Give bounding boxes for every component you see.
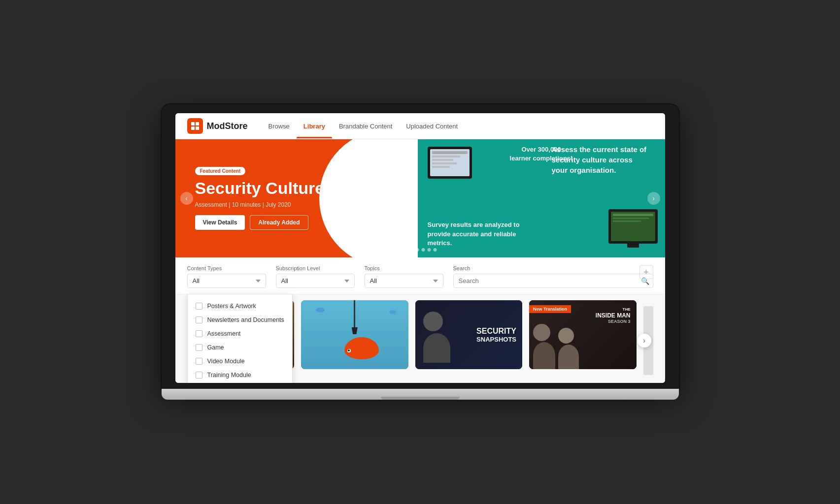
hero-dot-1[interactable] xyxy=(403,248,407,252)
monitor-mockup xyxy=(608,209,658,248)
hero-dot-6[interactable] xyxy=(433,248,437,252)
hero-subtitle: Assessment | 10 minutes | July 2020 xyxy=(195,201,398,208)
search-label: Search xyxy=(453,265,653,271)
search-input-wrap: 🔍 xyxy=(453,274,653,288)
search-filter: Search 🔍 xyxy=(453,265,653,288)
content-types-dropdown: Posters & Artwork Newsletters and Docume… xyxy=(187,294,293,383)
already-added-button[interactable]: Already Added xyxy=(250,215,308,230)
screen-content: ModStore Browse Library Brandable Conten… xyxy=(175,113,665,383)
checkbox-newsletters[interactable] xyxy=(196,316,202,323)
hero-top-label-line1: Over 300,000 xyxy=(510,145,573,154)
inside-man-title: THE INSIDE MAN SEASON 3 xyxy=(596,306,631,324)
cards-next-button[interactable]: › xyxy=(638,334,651,347)
hero-left-panel: Featured Content Security Culture Survey… xyxy=(175,139,418,257)
topics-select[interactable]: All xyxy=(365,274,443,288)
hero-top-label-line2: learner completions! xyxy=(510,154,573,163)
dropdown-item-newsletters[interactable]: Newsletters and Documents xyxy=(188,313,292,327)
hero-banner: ‹ Featured Content Security Culture Surv… xyxy=(175,139,665,257)
content-types-select[interactable]: All xyxy=(187,274,266,288)
hero-next-button[interactable]: › xyxy=(647,192,660,205)
checkbox-posters[interactable] xyxy=(196,303,202,310)
topics-filter: Topics All xyxy=(365,265,443,288)
featured-badge: Featured Content xyxy=(195,167,246,175)
nav-browse[interactable]: Browse xyxy=(262,120,297,133)
nav-brandable[interactable]: Brandable Content xyxy=(332,120,399,133)
dropdown-item-game[interactable]: Game xyxy=(188,341,292,354)
logo-text: ModStore xyxy=(207,121,248,131)
subscription-level-select[interactable]: All xyxy=(276,274,355,288)
nav-uploaded[interactable]: Uploaded Content xyxy=(399,120,465,133)
hero-curve-decoration xyxy=(319,139,418,257)
svg-rect-0 xyxy=(191,122,195,126)
hero-dot-5[interactable] xyxy=(427,248,431,252)
checkbox-game[interactable] xyxy=(196,344,202,351)
search-input[interactable] xyxy=(453,274,653,288)
subscription-level-label: Subscription Level xyxy=(276,265,355,271)
tablet-mockup xyxy=(428,147,472,179)
hero-dot-3[interactable] xyxy=(415,248,419,252)
chevron-right-icon: › xyxy=(643,337,645,345)
dropdown-item-video-module[interactable]: Video Module xyxy=(188,354,292,368)
logo-icon xyxy=(187,118,203,134)
plus-icon: + xyxy=(643,267,649,278)
content-types-filter: Content Types All xyxy=(187,265,266,288)
hero-dot-2[interactable] xyxy=(409,248,413,252)
inside-man-season: SEASON 3 xyxy=(596,319,631,324)
dropdown-item-assessment[interactable]: Assessment xyxy=(188,327,292,341)
laptop-frame: ModStore Browse Library Brandable Conten… xyxy=(162,104,679,400)
filters-bar: Content Types All Subscription Level All… xyxy=(175,257,665,294)
inside-man-the: THE xyxy=(623,307,631,312)
nav-links: Browse Library Brandable Content Uploade… xyxy=(262,120,465,133)
dropdown-item-mobile-first[interactable]: Mobile-First Module xyxy=(188,382,292,383)
dropdown-item-training-module[interactable]: Training Module xyxy=(188,368,292,382)
nav-library[interactable]: Library xyxy=(297,120,332,133)
view-details-button[interactable]: View Details xyxy=(195,215,245,230)
hero-right-text-2: Survey results are analyzed to provide a… xyxy=(428,220,521,248)
checkbox-assessment[interactable] xyxy=(196,330,202,337)
topics-label: Topics xyxy=(365,265,443,271)
subscription-level-filter: Subscription Level All xyxy=(276,265,355,288)
inside-man-name: INSIDE MAN xyxy=(596,312,631,319)
add-filter-button[interactable]: + xyxy=(639,265,653,279)
content-types-label: Content Types xyxy=(187,265,266,271)
new-translation-badge: New Translation xyxy=(529,305,571,313)
laptop-base xyxy=(162,389,679,400)
hero-pagination-dots xyxy=(403,248,437,252)
card-pixel-fish-game[interactable] xyxy=(301,300,408,369)
security-snapshots-title-line1: SECURITY xyxy=(476,327,516,336)
logo[interactable]: ModStore xyxy=(187,118,248,134)
hero-title: Security Culture Survey xyxy=(195,179,398,197)
checkbox-video-module[interactable] xyxy=(196,358,202,365)
hero-right-panel: Over 300,000 learner completions! xyxy=(418,139,665,257)
hero-prev-button[interactable]: ‹ xyxy=(180,192,193,205)
hero-dot-4[interactable] xyxy=(421,248,425,252)
screen-bezel: ModStore Browse Library Brandable Conten… xyxy=(162,104,679,389)
dropdown-item-posters[interactable]: Posters & Artwork xyxy=(188,299,292,313)
svg-rect-2 xyxy=(191,126,195,130)
checkbox-training-module[interactable] xyxy=(196,372,202,378)
svg-rect-1 xyxy=(196,122,199,126)
svg-rect-3 xyxy=(196,126,199,130)
card-security-snapshots[interactable]: SECURITY Snapshots xyxy=(415,300,523,369)
navigation: ModStore Browse Library Brandable Conten… xyxy=(175,113,665,139)
security-snapshots-title-line2: Snapshots xyxy=(476,335,516,343)
card-inside-man[interactable]: New Translation xyxy=(529,300,637,369)
hero-buttons: View Details Already Added xyxy=(195,215,398,230)
